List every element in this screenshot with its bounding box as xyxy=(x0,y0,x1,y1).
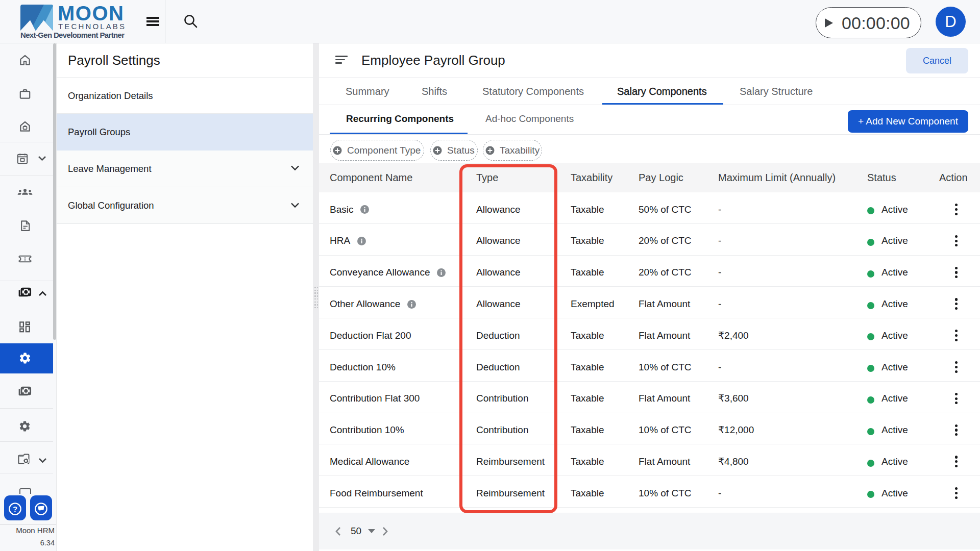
svg-text:?: ? xyxy=(13,505,17,513)
svg-text:TECHNOLABS: TECHNOLABS xyxy=(58,22,125,31)
svg-text:Next-Gen Development Partner: Next-Gen Development Partner xyxy=(20,31,125,39)
